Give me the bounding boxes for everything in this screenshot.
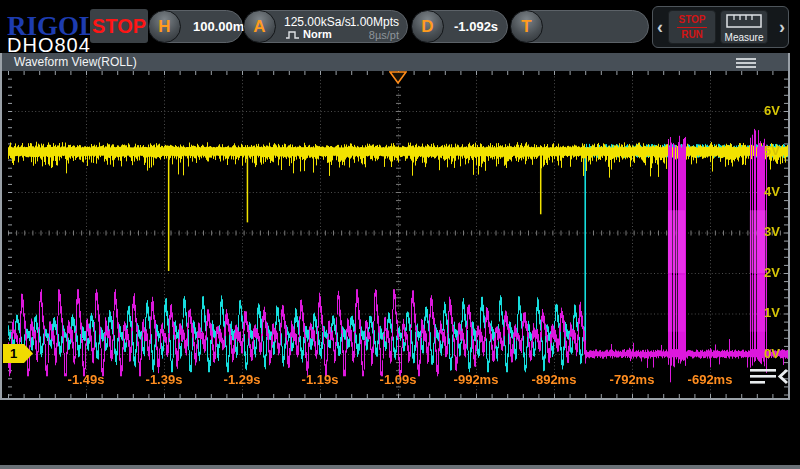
delay-knob-button[interactable]: D [411, 10, 444, 43]
x-tick-0: -1.49s [51, 372, 121, 387]
y-tick-3v: 3V [750, 224, 780, 239]
delay-value[interactable]: -1.092s [454, 19, 498, 34]
hamburger-menu-icon[interactable] [736, 56, 756, 68]
bottom-edge-strip [0, 465, 800, 469]
x-tick-2: -1.29s [207, 372, 277, 387]
x-tick-7: -792ms [597, 372, 667, 387]
trigger-sweep-mode: Norm [303, 28, 332, 40]
time-per-point: 8µs/pt [369, 29, 399, 41]
x-tick-6: -892ms [519, 372, 589, 387]
y-tick-1v: 1V [750, 305, 780, 320]
ruler-icon [726, 14, 762, 28]
y-tick-2v: 2V [750, 265, 780, 280]
measure-label: Measure [721, 32, 767, 43]
measure-button[interactable]: Measure [720, 10, 768, 44]
y-tick-0v: 0V [750, 346, 780, 361]
sample-rate: 125.00kSa/s [284, 15, 351, 29]
toolbar-next-icon[interactable]: › [779, 17, 785, 38]
graticule-area[interactable]: 1 6V 5V 4V 3V 2V 1V 0V -1.49s -1.39s -1.… [2, 71, 788, 398]
waveform-view-title: Waveform View(ROLL) [14, 55, 137, 69]
y-tick-6v: 6V [750, 103, 780, 118]
toolbar-panel: ‹ STOP RUN Measure › [652, 6, 789, 48]
x-tick-1: -1.39s [129, 372, 199, 387]
y-tick-5v: 5V [750, 143, 780, 158]
waveform-canvas[interactable] [2, 71, 788, 398]
pulse-icon [286, 30, 300, 40]
trigger-knob-button[interactable]: T [510, 10, 543, 43]
trigger-position-icon[interactable] [389, 71, 407, 84]
results-collapse-icon[interactable] [750, 368, 788, 386]
toolbar-prev-icon[interactable]: ‹ [657, 17, 663, 38]
stop-run-button[interactable]: STOP RUN [668, 10, 716, 44]
oscilloscope-screen: RIGOL STOP 100.00ms/ H 125.00kSa/s 1.00M… [0, 0, 800, 469]
x-tick-4: -1.09s [363, 372, 433, 387]
channel-bar: R 1 1.00V/ -3.00V 2 1.00V/ -3.00V 3 1.00… [0, 400, 800, 465]
y-tick-4v: 4V [750, 184, 780, 199]
acquisition-status-badge: STOP [90, 9, 148, 43]
waveform-view: Waveform View(ROLL) 1 6V 5V 4V 3V 2V 1V … [0, 53, 790, 400]
x-tick-3: -1.19s [285, 372, 355, 387]
acquire-knob-button[interactable]: A [243, 10, 276, 43]
top-bar: RIGOL STOP 100.00ms/ H 125.00kSa/s 1.00M… [0, 0, 800, 53]
memory-depth: 1.00Mpts [350, 15, 399, 29]
model-label: DHO804 [7, 34, 91, 57]
x-tick-5: -992ms [441, 372, 511, 387]
x-tick-8: -692ms [675, 372, 745, 387]
horizontal-knob-button[interactable]: H [148, 10, 181, 43]
waveform-view-titlebar: Waveform View(ROLL) [2, 53, 788, 71]
